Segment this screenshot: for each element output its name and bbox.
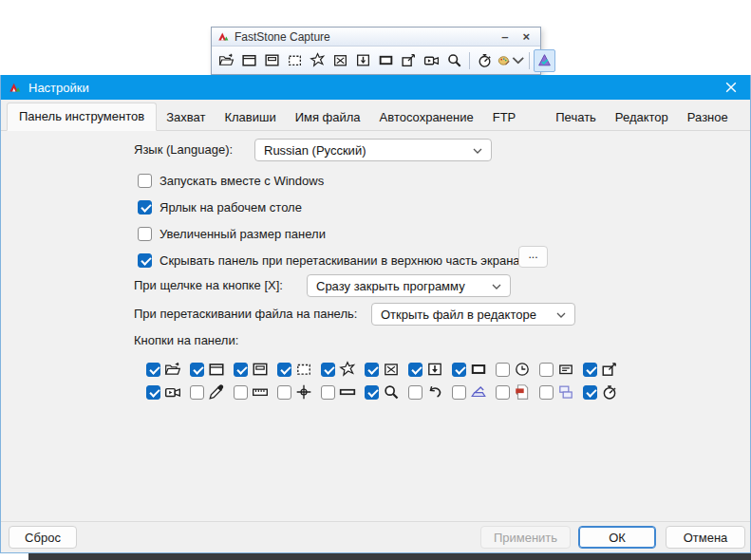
cancel-button[interactable]: Отмена: [666, 526, 745, 549]
toolbar-titlebar[interactable]: FastStone Capture – ×: [212, 28, 540, 47]
tab-hotkeys[interactable]: Клавиши: [215, 104, 285, 131]
checkbox[interactable]: [277, 385, 291, 400]
checkbox[interactable]: [583, 363, 597, 377]
checkbox[interactable]: [321, 363, 335, 377]
toggle-annotate[interactable]: [583, 361, 622, 378]
tab-capture[interactable]: Захват: [157, 104, 215, 131]
on-close-select[interactable]: Сразу закрыть программу: [307, 274, 511, 297]
dialog-close-button[interactable]: [712, 75, 750, 100]
language-select[interactable]: Russian (Русский): [254, 139, 492, 161]
more-options-button[interactable]: ...: [518, 246, 548, 268]
checkbox[interactable]: [408, 385, 422, 400]
checkbox[interactable]: [496, 385, 510, 400]
screen-recorder-icon: [164, 383, 181, 401]
chevron-down-icon: [492, 284, 501, 289]
toggle-color-picker[interactable]: [190, 383, 229, 401]
open-file-button[interactable]: [216, 49, 237, 72]
toggle-undo[interactable]: [408, 383, 447, 401]
checkbox[interactable]: [583, 385, 597, 400]
checkbox[interactable]: [539, 385, 554, 400]
toggle-capture-freehand[interactable]: [321, 361, 360, 378]
tab-misc[interactable]: Разное: [678, 104, 738, 131]
toggle-stopwatch[interactable]: [583, 383, 622, 401]
option-hide-panel-top[interactable]: Скрывать панель при перетаскивании в вер…: [138, 251, 520, 270]
checkbox[interactable]: [408, 363, 422, 377]
checkbox[interactable]: [365, 363, 379, 377]
tab-page-toolbar: Язык (Language): Russian (Русский) Запус…: [1, 131, 750, 523]
tab-autosave[interactable]: Автосохранение: [370, 104, 483, 131]
screen-recorder-icon: [423, 52, 440, 68]
minimize-button[interactable]: –: [497, 30, 513, 43]
close-button[interactable]: ×: [517, 30, 535, 43]
tab-toolbar[interactable]: Панель инструментов: [7, 103, 157, 131]
toggle-pdf[interactable]: [496, 383, 535, 401]
option-large-panel[interactable]: Увеличенный размер панели: [138, 224, 326, 243]
capture-scrolling-button[interactable]: [352, 49, 374, 72]
draw-palette-button[interactable]: [497, 49, 525, 72]
capture-window-button[interactable]: [238, 49, 260, 72]
toggle-capture-rectangle[interactable]: [277, 361, 316, 378]
magnifier-button[interactable]: [443, 49, 465, 72]
checkbox[interactable]: [138, 227, 152, 241]
option-start-with-windows[interactable]: Запускать вместе с Windows: [138, 171, 324, 190]
ruler-icon: [252, 383, 269, 401]
screen-recorder-button[interactable]: [421, 49, 442, 72]
reset-button[interactable]: Сброс: [9, 526, 77, 549]
checkbox[interactable]: [496, 363, 510, 377]
toggle-capture-object[interactable]: [539, 361, 578, 378]
checkbox[interactable]: [321, 385, 335, 400]
dialog-titlebar[interactable]: Настройки: [1, 75, 750, 100]
tab-editor[interactable]: Редактор: [606, 104, 678, 131]
checkbox[interactable]: [452, 363, 466, 377]
capture-freehand-button[interactable]: [307, 49, 329, 72]
toggle-capture-window[interactable]: [190, 361, 229, 378]
capture-freehand-icon: [310, 52, 326, 68]
toggle-join-images[interactable]: [539, 383, 578, 401]
capture-object-icon: [557, 361, 574, 378]
tab-print[interactable]: Печать: [546, 104, 606, 131]
toggle-ruler[interactable]: [234, 383, 272, 401]
toggle-magnifier[interactable]: [365, 383, 404, 401]
checkbox[interactable]: [452, 385, 466, 400]
option-label: Ярлык на рабочем столе: [160, 200, 302, 215]
toggle-capture-fixed-region[interactable]: [452, 361, 491, 378]
checkbox[interactable]: [539, 363, 554, 377]
option-desktop-shortcut[interactable]: Ярлык на рабочем столе: [138, 197, 302, 216]
checkbox[interactable]: [365, 385, 379, 400]
checkbox[interactable]: [234, 385, 248, 400]
capture-fullscreen-button[interactable]: [329, 49, 351, 72]
on-drag-select[interactable]: Открыть файл в редакторе: [371, 303, 575, 326]
capture-active-window-button[interactable]: [261, 49, 283, 72]
toggle-delay-clock[interactable]: [496, 361, 535, 378]
toggle-capture-scrolling[interactable]: [408, 361, 447, 378]
checkbox[interactable]: [234, 363, 248, 377]
checkbox[interactable]: [190, 363, 204, 377]
checkbox[interactable]: [277, 363, 291, 377]
annotate-button[interactable]: [398, 49, 420, 72]
option-label: Скрывать панель при перетаскивании в вер…: [160, 253, 520, 268]
apply-button[interactable]: Применить: [480, 526, 571, 549]
toggle-open-file[interactable]: [146, 361, 185, 378]
checkbox[interactable]: [138, 253, 152, 268]
toggle-screen-recorder[interactable]: [146, 383, 185, 401]
checkbox[interactable]: [138, 200, 152, 215]
toggle-capture-active-window[interactable]: [234, 361, 272, 378]
capture-fixed-region-button[interactable]: [375, 49, 397, 72]
toggle-capture-fullscreen[interactable]: [365, 361, 404, 378]
option-label: Увеличенный размер панели: [160, 227, 326, 241]
capture-rectangle-button[interactable]: [284, 49, 306, 72]
checkbox[interactable]: [146, 363, 160, 377]
ok-button[interactable]: ОК: [578, 526, 656, 549]
checkbox[interactable]: [138, 174, 152, 188]
settings-button[interactable]: [534, 49, 555, 72]
tab-filename[interactable]: Имя файла: [286, 104, 370, 131]
delay-timer-button[interactable]: [474, 49, 496, 72]
toggle-scanner[interactable]: [452, 383, 491, 401]
capture-scrolling-icon: [426, 361, 443, 378]
checkbox[interactable]: [190, 385, 204, 400]
tab-ftp[interactable]: FTP: [483, 104, 526, 131]
dialog-footer: Сброс Применить ОК Отмена: [1, 521, 750, 551]
toggle-crosshair[interactable]: [277, 383, 316, 401]
checkbox[interactable]: [146, 385, 160, 400]
toggle-screen-bar[interactable]: [321, 383, 360, 401]
